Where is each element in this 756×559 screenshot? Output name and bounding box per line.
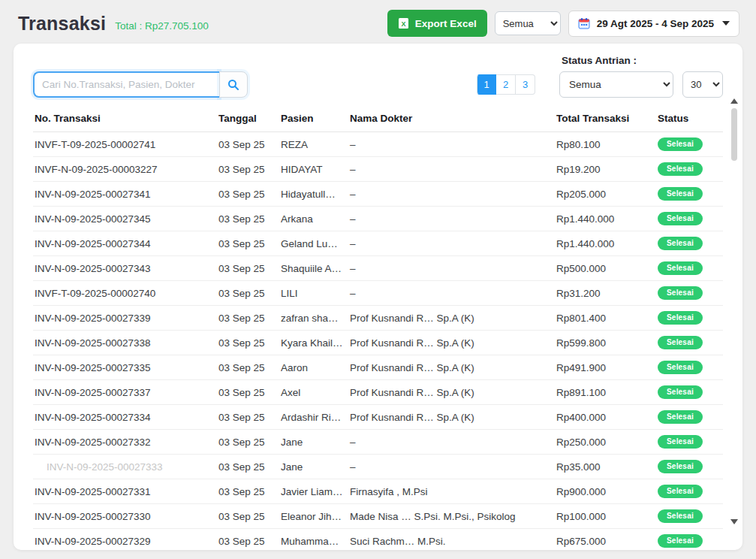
col-header-tanggal: Tanggal: [217, 106, 279, 132]
cell-total-transaksi: Rp491.900: [555, 355, 656, 380]
cell-nama-dokter: Firnasyifa , M.Psi: [348, 479, 555, 504]
table-row[interactable]: INVF-T-09-2025-00002741 03 Sep 25 REZA –…: [33, 132, 723, 157]
table-row[interactable]: INV-N-09-2025-00027330 03 Sep 25 Eleanor…: [33, 504, 723, 529]
cell-nama-dokter: –: [348, 256, 555, 281]
cell-status: Selesai: [656, 355, 723, 380]
pagination-page-2[interactable]: 2: [496, 74, 516, 95]
cell-nama-dokter: Prof Kusnandi R… Sp.A (K): [348, 355, 555, 380]
search-button[interactable]: [219, 71, 248, 98]
cell-total-transaksi: Rp801.400: [555, 306, 656, 331]
col-header-total-transaksi: Total Transaksi: [555, 106, 656, 132]
scroll-up-icon[interactable]: [730, 98, 738, 104]
cell-tanggal: 03 Sep 25: [217, 504, 279, 529]
scroll-down-icon[interactable]: [730, 519, 738, 524]
table-row[interactable]: INV-N-09-2025-00027333 03 Sep 25 Jane – …: [33, 455, 723, 479]
status-antrian-label: Status Antrian :: [562, 55, 723, 66]
table-row[interactable]: INV-N-09-2025-00027332 03 Sep 25 Jane – …: [33, 430, 723, 455]
cell-nama-dokter: –: [348, 132, 555, 157]
date-range-button[interactable]: 29 Agt 2025 - 4 Sep 2025: [568, 11, 739, 37]
scrollbar-thumb[interactable]: [731, 108, 737, 161]
table-row[interactable]: INV-N-09-2025-00027338 03 Sep 25 Kyara K…: [33, 331, 723, 355]
table-row[interactable]: INV-N-09-2025-00027335 03 Sep 25 Aaron P…: [33, 355, 723, 380]
export-excel-label: Export Excel: [415, 18, 477, 29]
export-excel-button[interactable]: X Export Excel: [387, 10, 487, 37]
table-row[interactable]: INVF-T-09-2025-00002740 03 Sep 25 LILI –…: [33, 281, 723, 306]
table-scrollbar: [730, 98, 739, 524]
cell-nama-dokter: Suci Rachm… M.Psi.: [348, 529, 555, 554]
cell-tanggal: 03 Sep 25: [217, 380, 279, 405]
cell-pasien: Brooklyn J…: [279, 554, 348, 559]
toolbar: X Export Excel Semua 29 Agt 2025 - 4 Sep…: [387, 10, 739, 37]
cell-status: Selesai: [656, 157, 723, 182]
cell-status: Selesai: [656, 256, 723, 281]
cell-status: Selesai: [656, 529, 723, 554]
cell-nama-dokter: –: [348, 207, 555, 231]
cell-status: Selesai: [656, 182, 723, 207]
cell-status: Selesai: [656, 331, 723, 355]
table-row[interactable]: INV-N-09-2025-00027345 03 Sep 25 Arkana …: [33, 207, 723, 231]
table-row[interactable]: INV-N-09-2025-00027334 03 Sep 25 Ardashi…: [33, 405, 723, 430]
page-title: Transaksi: [18, 13, 106, 35]
pagination-page-1[interactable]: 1: [477, 74, 496, 95]
cell-total-transaksi: Rp80.100: [555, 132, 656, 157]
cell-nama-dokter: Prof Kusnandi R… Sp.A (K): [348, 331, 555, 355]
search-input[interactable]: [33, 71, 219, 98]
controls-row: 1 2 3 Semua 30: [14, 66, 742, 104]
status-badge: Selesai: [658, 237, 703, 250]
cell-nama-dokter: Prof Kusnandi R… Sp.A (K): [348, 405, 555, 430]
table-row[interactable]: INV-N-09-2025-00027343 03 Sep 25 Shaquii…: [33, 256, 723, 281]
cell-pasien: zafran sha…: [279, 306, 348, 331]
cell-status: Selesai: [656, 405, 723, 430]
transaction-type-select[interactable]: Semua: [495, 11, 561, 35]
cell-nama-dokter: Prof Kusnandi R… Sp.A (K): [348, 306, 555, 331]
status-badge: Selesai: [658, 212, 703, 225]
pagination-page-3[interactable]: 3: [516, 74, 535, 95]
table-row[interactable]: INV-N-09-2025-00027329 03 Sep 25 Muhamma…: [33, 529, 723, 554]
cell-total-transaksi: Rp1.440.000: [555, 231, 656, 256]
cell-pasien: Kyara Khail…: [279, 331, 348, 355]
cell-status: Selesai: [656, 380, 723, 405]
cell-total-transaksi: Rp500.000: [555, 256, 656, 281]
cell-total-transaksi: Rp205.000: [555, 182, 656, 207]
cell-no-transaksi: INV-N-09-2025-00027330: [33, 504, 217, 529]
table-header-row: No. Transaksi Tanggal Pasien Nama Dokter…: [33, 106, 723, 132]
status-antrian-select[interactable]: Semua: [559, 71, 673, 98]
cell-total-transaksi: Rp31.200: [555, 281, 656, 306]
cell-nama-dokter: –: [348, 157, 555, 182]
cell-nama-dokter: –: [348, 430, 555, 455]
table-row[interactable]: INV-N-09-2025-00027341 03 Sep 25 Hidayat…: [33, 182, 723, 207]
col-header-no-transaksi: No. Transaksi: [33, 106, 217, 132]
cell-no-transaksi: INVF-T-09-2025-00002741: [33, 132, 217, 157]
calendar-icon: [578, 17, 590, 29]
pagination: 1 2 3: [477, 74, 535, 95]
date-range-label: 29 Agt 2025 - 4 Sep 2025: [597, 18, 714, 29]
status-badge: Selesai: [658, 311, 703, 325]
cell-pasien: Aaron: [279, 355, 348, 380]
cell-tanggal: 03 Sep 25: [217, 306, 279, 331]
table-row[interactable]: INV-N-09-2025-00027331 03 Sep 25 Javier …: [33, 479, 723, 504]
table-row[interactable]: INV-N-09-2025-00027337 03 Sep 25 Axel Pr…: [33, 380, 723, 405]
total-amount: Total : Rp27.705.100: [115, 20, 209, 32]
table-row[interactable]: INV-N-09-2025-00027344 03 Sep 25 Geland …: [33, 231, 723, 256]
table-row[interactable]: INVF-N-09-2025-00003227 03 Sep 25 HIDAYA…: [33, 157, 723, 182]
cell-no-transaksi: INV-N-09-2025-00027344: [33, 231, 217, 256]
cell-pasien: Jane: [279, 430, 348, 455]
cell-nama-dokter: Made Nisa … S.Psi. M.Psi., Psikolog: [348, 504, 555, 529]
cell-pasien: Axel: [279, 380, 348, 405]
cell-no-transaksi: INV-N-09-2025-00027334: [33, 405, 217, 430]
cell-no-transaksi: INV-N-09-2025-00027333: [33, 455, 217, 479]
status-badge: Selesai: [658, 534, 703, 548]
cell-nama-dokter: –: [348, 455, 555, 479]
cell-nama-dokter: –: [348, 281, 555, 306]
cell-no-transaksi: INV-N-09-2025-00027343: [33, 256, 217, 281]
page-size-select[interactable]: 30: [682, 71, 723, 98]
cell-no-transaksi: INV-N-09-2025-00027331: [33, 479, 217, 504]
transactions-card: Status Antrian : 1 2 3 Semua: [14, 44, 742, 550]
cell-tanggal: 03 Sep 25: [217, 132, 279, 157]
table-row[interactable]: INV-N-09-2025-00027328 03 Sep 25 Brookly…: [33, 554, 723, 559]
cell-status: Selesai: [656, 504, 723, 529]
status-badge: Selesai: [658, 509, 703, 523]
cell-tanggal: 03 Sep 25: [217, 430, 279, 455]
search-icon: [227, 79, 239, 91]
table-row[interactable]: INV-N-09-2025-00027339 03 Sep 25 zafran …: [33, 306, 723, 331]
